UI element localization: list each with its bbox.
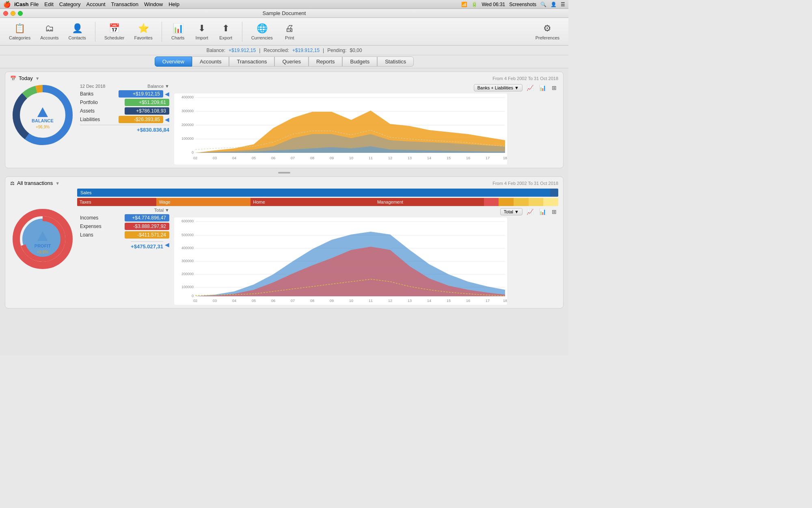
svg-text:100000: 100000 — [181, 137, 194, 141]
balance-col-header[interactable]: Balance ▼ — [147, 84, 169, 89]
loans-value: -$411.571,24 — [125, 231, 169, 239]
svg-text:09: 09 — [330, 299, 334, 303]
title-bar: Sample Document — [0, 9, 568, 18]
apple-menu[interactable]: 🍎 — [3, 1, 11, 8]
table-chart-icon[interactable]: ⊞ — [550, 84, 558, 92]
menu-edit[interactable]: Edit — [44, 1, 53, 7]
minimize-button[interactable] — [11, 11, 15, 16]
menu-bar: 🍎 iCash File Edit Category Account Trans… — [0, 0, 568, 9]
svg-text:04: 04 — [232, 299, 236, 303]
svg-text:18: 18 — [503, 299, 507, 303]
separator-2 — [162, 22, 162, 42]
accounts-icon: 🗂 — [45, 23, 54, 34]
assets-value: +$786.108,93 — [125, 107, 169, 115]
balance-row-banks: Banks +$19.912,15 ◀ — [80, 90, 169, 98]
divider-handle[interactable] — [278, 172, 290, 174]
svg-text:17: 17 — [486, 156, 490, 160]
app-name[interactable]: iCash — [14, 1, 28, 7]
toolbar-categories[interactable]: 📋 Categories — [5, 21, 35, 43]
toolbar-favorites[interactable]: ⭐ Favorites — [130, 21, 156, 43]
toolbar-import[interactable]: ⬇ Import — [191, 21, 213, 43]
toolbar-preferences[interactable]: ⚙ Preferences — [531, 21, 564, 43]
toolbar-print[interactable]: 🖨 Print — [279, 21, 301, 43]
all-transactions-label[interactable]: All transactions — [17, 180, 53, 186]
svg-text:04: 04 — [232, 156, 236, 160]
profit-table-icon[interactable]: ⊞ — [550, 208, 558, 216]
document-title: Sample Document — [263, 10, 306, 16]
toolbar-currencies[interactable]: 🌐 Currencies — [247, 21, 277, 43]
menu-right: 📶 🔋 Wed 06:31 Screenshots 🔍 👤 ☰ — [461, 2, 565, 7]
svg-text:200000: 200000 — [181, 272, 194, 276]
categories-label: Categories — [9, 35, 30, 40]
list-icon[interactable]: ☰ — [561, 2, 565, 7]
tab-overview[interactable]: Overview — [155, 56, 192, 67]
profit-arrow-icon: ◀ — [165, 241, 169, 248]
profit-area-chart-icon[interactable]: 📈 — [525, 208, 535, 216]
svg-text:400000: 400000 — [181, 246, 194, 250]
total-col-header[interactable]: Total ▼ — [154, 208, 169, 213]
tab-statistics[interactable]: Statistics — [377, 56, 414, 67]
clock: Wed 06:31 — [482, 2, 505, 7]
balance-area-chart: 400000 300000 200000 100000 0 — [174, 93, 507, 165]
toolbar-scheduler[interactable]: 📅 Scheduler — [100, 21, 129, 43]
profit-chart-dropdown[interactable]: Total ▼ — [500, 208, 523, 215]
currencies-icon: 🌐 — [257, 23, 268, 34]
traffic-lights — [3, 11, 23, 16]
preferences-icon: ⚙ — [543, 23, 551, 34]
today-dropdown-icon[interactable]: ▼ — [35, 76, 40, 81]
fullscreen-button[interactable] — [18, 11, 23, 16]
svg-text:17: 17 — [486, 299, 490, 303]
tab-accounts[interactable]: Accounts — [192, 56, 229, 67]
menu-file[interactable]: File — [30, 1, 39, 7]
main-content: 📅 Today ▼ From 4 Feb 2002 To 31 Oct 2018 — [0, 68, 568, 356]
profit-row-loans: Loans -$411.571,24 — [80, 231, 169, 239]
today-label[interactable]: Today — [19, 75, 33, 81]
menu-category[interactable]: Category — [59, 1, 81, 7]
wage-bar-label: Wage — [159, 200, 170, 204]
chart-filter-dropdown[interactable]: Banks + Liabilities ▼ — [474, 84, 523, 91]
balance-row-liabilities: Liabilities -$26.393,85 ◀ — [80, 116, 169, 123]
search-icon[interactable]: 🔍 — [540, 2, 546, 7]
tab-queries[interactable]: Queries — [274, 56, 309, 67]
profit-chart-area: Total ▼ 📈 📊 ⊞ 600000 500000 400000 30000… — [174, 208, 558, 305]
profit-bar-chart-icon[interactable]: 📊 — [538, 208, 548, 216]
profit-area-chart: 600000 500000 400000 300000 200000 10000… — [174, 217, 507, 305]
menu-transaction[interactable]: Transaction — [111, 1, 138, 7]
user-icon[interactable]: 👤 — [551, 2, 557, 7]
svg-text:0: 0 — [192, 150, 194, 154]
svg-text:500000: 500000 — [181, 233, 194, 237]
balance-row-assets: Assets +$786.108,93 — [80, 107, 169, 115]
favorites-icon: ⭐ — [138, 23, 149, 34]
balance-date-range: From 4 Feb 2002 To 31 Oct 2018 — [492, 76, 558, 81]
menu-window[interactable]: Window — [144, 1, 163, 7]
svg-text:07: 07 — [291, 156, 295, 160]
separator-1 — [95, 22, 95, 42]
profit-row-incomes: Incomes +$4.774.896,47 — [80, 214, 169, 221]
tab-transactions[interactable]: Transactions — [229, 56, 274, 67]
calendar-icon: 📅 — [10, 76, 16, 81]
area-chart-icon[interactable]: 📈 — [525, 84, 535, 92]
tab-budgets[interactable]: Budgets — [342, 56, 377, 67]
toolbar-charts[interactable]: 📊 Charts — [167, 21, 189, 43]
menu-account[interactable]: Account — [86, 1, 106, 7]
profit-table: Total ▼ Incomes +$4.774.896,47 Expenses … — [80, 208, 169, 250]
preferences-label: Preferences — [536, 35, 559, 40]
banks-arrow-icon: ◀ — [165, 91, 169, 97]
svg-text:14: 14 — [427, 299, 431, 303]
menu-items: File Edit Category Account Transaction W… — [30, 1, 461, 7]
toolbar-export[interactable]: ⬆ Export — [215, 21, 237, 43]
close-button[interactable] — [3, 11, 8, 16]
toolbar-contacts[interactable]: 👤 Contacts — [64, 21, 90, 43]
svg-text:12: 12 — [388, 156, 392, 160]
charts-label: Charts — [171, 35, 184, 40]
section-divider[interactable] — [5, 171, 564, 175]
bar-chart-icon[interactable]: 📊 — [538, 84, 548, 92]
menu-help[interactable]: Help — [168, 1, 179, 7]
svg-text:600000: 600000 — [181, 219, 194, 223]
svg-text:09: 09 — [330, 156, 334, 160]
toolbar-accounts[interactable]: 🗂 Accounts — [36, 21, 63, 43]
export-icon: ⬆ — [222, 23, 229, 34]
separator: | — [259, 48, 260, 53]
transactions-dropdown-icon[interactable]: ▼ — [55, 181, 60, 186]
tab-reports[interactable]: Reports — [309, 56, 343, 67]
